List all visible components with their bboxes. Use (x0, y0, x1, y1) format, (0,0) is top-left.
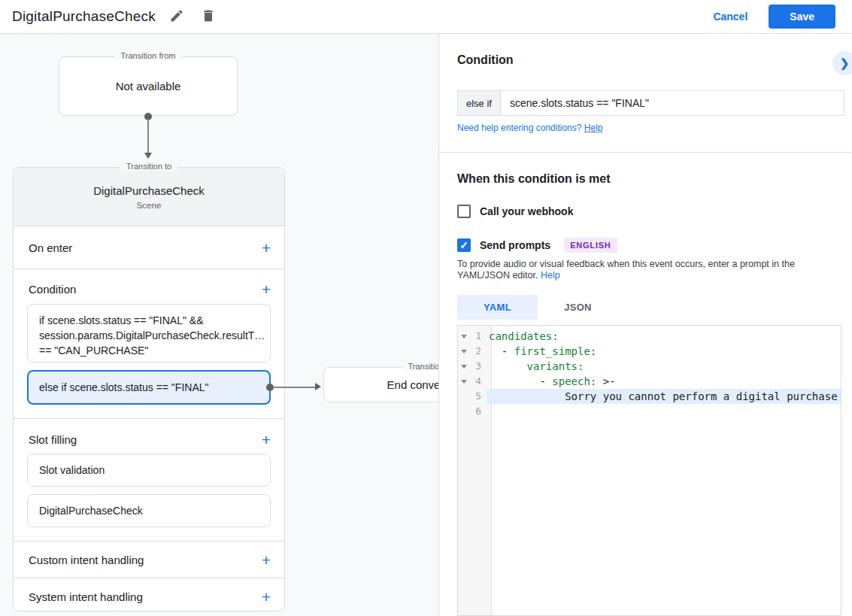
chevron-right-icon: ❯ (840, 56, 850, 70)
transition-from-node[interactable]: Transition from Not available (59, 56, 238, 116)
send-prompts-checkbox[interactable]: ✓ (457, 238, 471, 252)
condition-expression-input[interactable] (501, 90, 844, 116)
transition-from-label: Transition from (115, 51, 182, 60)
end-node-transition-label: Transition to (402, 362, 439, 371)
slot-filling-section: Slot filling + Slot validation DigitalPu… (14, 419, 284, 542)
top-bar: DigitalPurchaseCheck Cancel Save (0, 0, 852, 34)
scene-node-title: DigitalPurchaseCheck (93, 184, 205, 197)
trash-icon (201, 8, 216, 26)
end-conversation-node[interactable]: Transition to End conversation (323, 367, 439, 402)
slot-filling-label: Slot filling (29, 433, 77, 446)
add-on-enter-button[interactable]: + (262, 240, 271, 256)
line-number: 4 (470, 374, 487, 389)
scene-diagram-canvas: Transition from Not available Transition… (0, 34, 439, 616)
code-line: 1 candidates: (458, 329, 841, 344)
custom-intent-label: Custom intent handling (29, 554, 144, 566)
custom-intent-row[interactable]: Custom intent handling + (14, 542, 284, 578)
scene-node-card: Transition to DigitalPurchaseCheck Scene… (13, 167, 285, 611)
add-slot-button[interactable]: + (262, 432, 271, 448)
call-webhook-row[interactable]: Call your webhook (457, 205, 573, 218)
send-prompts-label: Send prompts (480, 239, 550, 251)
language-badge: ENGLISH (564, 238, 617, 253)
condition-help-text: Need help entering conditions? (457, 123, 584, 133)
prompt-hint-help-link[interactable]: Help (541, 270, 560, 281)
fold-toggle[interactable] (458, 374, 470, 389)
add-condition-button[interactable]: + (262, 281, 271, 297)
line-number: 5 (470, 389, 487, 404)
condition-expression-row: else if (457, 90, 844, 116)
code-line: 3 variants: (458, 359, 841, 374)
line-number: 3 (470, 359, 487, 374)
code-line: 4 - speech: >- (458, 374, 841, 389)
line-number: 1 (470, 329, 487, 344)
check-icon: ✓ (459, 239, 468, 251)
add-system-intent-button[interactable]: + (262, 589, 271, 605)
add-custom-intent-button[interactable]: + (262, 552, 271, 568)
page-title: DigitalPurchaseCheck (12, 8, 156, 25)
webhook-checkbox[interactable] (457, 205, 471, 218)
fold-arrow-icon (461, 335, 467, 338)
code-line-highlighted: 5 Sorry you cannot perform a digital pur… (458, 389, 841, 404)
condition-else-if-text: else if scene.slots.status == "FINAL" (39, 380, 208, 395)
system-intent-label: System intent handling (29, 590, 143, 603)
condition-help-link[interactable]: Help (584, 123, 603, 133)
collapse-panel-button[interactable]: ❯ (832, 51, 852, 75)
cancel-button[interactable]: Cancel (713, 11, 747, 23)
condition-else-if-box[interactable]: else if scene.slots.status == "FINAL" (27, 370, 271, 405)
transition-arrow-right (269, 383, 323, 392)
transition-to-label: Transition to (120, 162, 177, 171)
condition-detail-panel: Condition ❯ else if Need help entering c… (439, 34, 851, 616)
panel-heading: Condition (457, 53, 514, 67)
fold-arrow-icon (461, 380, 467, 384)
save-button[interactable]: Save (769, 5, 835, 29)
line-number: 6 (470, 404, 487, 419)
system-intent-row[interactable]: System intent handling + (14, 578, 284, 615)
tab-json[interactable]: JSON (538, 295, 618, 320)
slot-validation-box[interactable]: Slot validation (27, 454, 271, 487)
tab-yaml[interactable]: YAML (457, 295, 538, 320)
fold-toggle[interactable] (458, 329, 470, 344)
send-prompts-row[interactable]: ✓ Send prompts ENGLISH (457, 238, 617, 253)
yaml-code-editor[interactable]: 1 candidates: 2 - first_simple: 3 varian… (457, 325, 841, 616)
condition-help-line: Need help entering conditions? Help (457, 123, 602, 133)
else-if-prefix: else if (457, 90, 501, 116)
editor-tabs: YAML JSON (457, 295, 618, 320)
slot-name-box[interactable]: DigitalPurchaseCheck (27, 494, 271, 527)
condition-section-label: Condition (29, 283, 76, 296)
line-number: 2 (470, 344, 487, 359)
condition-section: Condition + if scene.slots.status == "FI… (14, 269, 284, 419)
pencil-icon (169, 8, 184, 26)
fold-toggle[interactable] (458, 359, 470, 374)
fold-arrow-icon (461, 365, 467, 369)
code-line: 2 - first_simple: (458, 344, 841, 359)
webhook-label: Call your webhook (480, 205, 573, 217)
prompt-hint-body: To provide audio or visual feedback when… (457, 259, 795, 281)
edit-title-button[interactable] (166, 6, 187, 27)
fold-toggle[interactable] (458, 344, 470, 359)
end-node-value: End conversation (324, 368, 439, 402)
scene-node-header[interactable]: DigitalPurchaseCheck Scene (14, 168, 284, 226)
prompt-hint-text: To provide audio or visual feedback when… (457, 259, 845, 281)
condition-if-box[interactable]: if scene.slots.status == "FINAL" && sess… (27, 304, 271, 363)
transition-from-value: Not available (59, 57, 237, 115)
scene-node-subtitle: Scene (137, 201, 162, 210)
on-enter-row[interactable]: On enter + (14, 226, 284, 269)
delete-scene-button[interactable] (198, 6, 219, 27)
condition-met-heading: When this condition is met (457, 172, 611, 186)
panel-divider (439, 152, 851, 153)
transition-arrow-down (144, 113, 153, 159)
on-enter-label: On enter (29, 241, 72, 254)
fold-arrow-icon (461, 350, 467, 354)
code-line: 6 (458, 404, 841, 419)
